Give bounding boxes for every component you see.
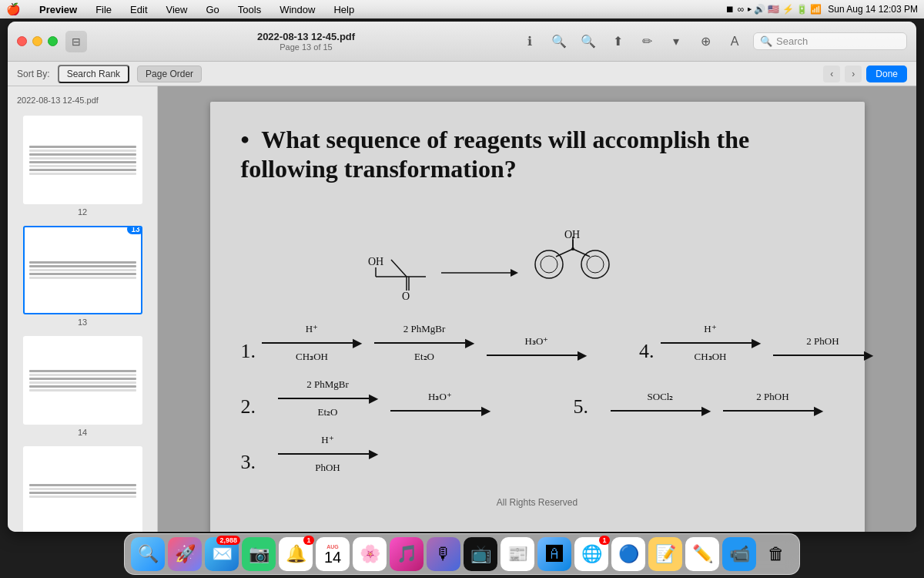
footer-text: All Rights Reserved — [241, 497, 834, 508]
sidebar-header: 2022-08-13 12-45.pdf — [8, 92, 157, 111]
arrow-bottom-1b: Et₂O — [414, 351, 434, 363]
chemistry-diagram: OH O — [241, 200, 834, 300]
menu-file[interactable]: File — [92, 4, 115, 15]
question-header: • What sequence of reagents will accompl… — [241, 125, 834, 184]
menu-preview[interactable]: Preview — [36, 4, 80, 15]
sort-page-order[interactable]: Page Order — [137, 66, 202, 82]
zoom-in-button[interactable]: 🔍 — [548, 31, 570, 52]
arrow-1a: H⁺ ▶ CH₃OH — [262, 323, 362, 363]
dock-safari-badge: 1 — [599, 536, 610, 545]
close-button[interactable] — [17, 36, 27, 46]
svg-point-13 — [535, 250, 563, 278]
dock-facetime[interactable]: 📷 — [242, 537, 276, 571]
traffic-lights — [17, 36, 58, 46]
sidebar-toggle[interactable]: ⊟ — [65, 31, 87, 52]
search-placeholder: Search — [776, 35, 808, 47]
sidebar-item-page15[interactable]: 15 — [8, 442, 157, 532]
menu-window[interactable]: Window — [276, 4, 318, 15]
dock-pencil[interactable]: ✏️ — [685, 537, 719, 571]
window-button[interactable]: ⊕ — [695, 31, 716, 52]
arrow-5b: 2 PhOH ▶ — [723, 391, 823, 418]
search-box[interactable]: 🔍 Search — [753, 32, 907, 50]
menubar: 🍎 Preview File Edit View Go Tools Window… — [0, 0, 924, 18]
sortbar: Sort By: Search Rank Page Order ‹ › Done — [8, 62, 916, 86]
minimize-button[interactable] — [32, 36, 42, 46]
dock-zoom[interactable]: 📹 — [722, 537, 756, 571]
dock-mail[interactable]: ✉️ 2,988 — [205, 537, 239, 571]
menu-tools[interactable]: Tools — [235, 4, 264, 15]
arrow-top-5a: SOCl₂ — [648, 391, 674, 403]
dock-reminders[interactable]: 🔔 1 — [279, 537, 313, 571]
share-button[interactable]: ⬆ — [607, 31, 628, 52]
svg-text:OH: OH — [368, 256, 383, 267]
sortbar-right: ‹ › Done — [823, 66, 907, 82]
dock-chrome[interactable]: 🔵 — [611, 537, 645, 571]
menu-help[interactable]: Help — [330, 4, 357, 15]
sidebar: 2022-08-13 12-45.pdf 12 — [8, 86, 158, 532]
arrow-4a: H⁺ ▶ CH₃OH — [661, 323, 761, 363]
next-page-button[interactable]: › — [845, 66, 862, 82]
page-badge-13: 13 — [127, 226, 142, 234]
svg-marker-9 — [511, 269, 518, 277]
maximize-button[interactable] — [48, 36, 58, 46]
sidebar-item-page12[interactable]: 12 — [8, 111, 157, 221]
prev-page-button[interactable]: ‹ — [823, 66, 840, 82]
dock-podcasts[interactable]: 🎙 — [427, 537, 460, 571]
answer-row-3: 3. H⁺ ▶ PhOH — [241, 434, 834, 474]
arrow-top-4b: 2 PhOH — [806, 335, 839, 348]
menu-edit[interactable]: Edit — [127, 4, 150, 15]
answer-num-3: 3. — [241, 451, 272, 474]
dock-appstore[interactable]: 🅰 — [537, 537, 571, 571]
arrow-1c: H₃O⁺ ▶ — [487, 335, 587, 363]
dock-safari[interactable]: 🌐 1 — [574, 537, 608, 571]
answer-num-2: 2. — [241, 395, 272, 418]
dock-photos[interactable]: 🌸 — [353, 537, 387, 571]
arrow-top-2b: H₃O⁺ — [428, 391, 452, 403]
app-window: ⊟ 2022-08-13 12-45.pdf Page 13 of 15 ℹ 🔍… — [8, 22, 916, 532]
markup-button[interactable]: ✏ — [636, 31, 658, 52]
aa-button[interactable]: A — [724, 31, 745, 52]
dock-notes[interactable]: 📝 — [648, 537, 682, 571]
menu-icons: ⏹ ∞ ▶ 🔊 🇺🇸 ⚡ 🔋 📶 — [725, 4, 822, 15]
arrow-2b: H₃O⁺ ▶ — [390, 391, 490, 418]
apple-menu[interactable]: 🍎 — [6, 2, 21, 16]
answer-row-1: 1. H⁺ ▶ CH₃OH 2 PhMgBr ▶ Et₂O H₃O⁺ — [241, 323, 834, 363]
thumb-img-14 — [23, 336, 142, 425]
arrow-top-2a: 2 PhMgBr — [306, 378, 349, 391]
sort-search-rank[interactable]: Search Rank — [58, 65, 129, 83]
dock-music[interactable]: 🎵 — [390, 537, 424, 571]
arrow-bottom-4a: CH₃OH — [695, 351, 727, 363]
arrow-bottom-3a: PhOH — [315, 462, 340, 474]
sort-by-label: Sort By: — [17, 69, 50, 79]
sidebar-item-page14[interactable]: 14 — [8, 331, 157, 442]
arrow-1b: 2 PhMgBr ▶ Et₂O — [374, 323, 474, 363]
arrow-top-1b: 2 PhMgBr — [403, 323, 446, 335]
dock-calendar[interactable]: AUG 14 — [316, 537, 350, 571]
info-button[interactable]: ℹ — [519, 31, 541, 52]
done-button[interactable]: Done — [866, 66, 907, 82]
zoom-out-button[interactable]: 🔍 — [578, 31, 599, 52]
menu-time: Sun Aug 14 12:03 PM — [828, 4, 918, 15]
dock-news[interactable]: 📰 — [500, 537, 534, 571]
dock-tv[interactable]: 📺 — [464, 537, 497, 571]
menu-go[interactable]: Go — [203, 4, 222, 15]
doc-subtitle: Page 13 of 15 — [280, 42, 333, 52]
answer-num-5: 5. — [574, 395, 604, 418]
arrow-top-1c: H₃O⁺ — [525, 335, 549, 348]
dock-trash[interactable]: 🗑 — [759, 537, 793, 571]
svg-line-6 — [391, 260, 407, 277]
menu-view[interactable]: View — [163, 4, 191, 15]
thumb-img-12 — [23, 116, 142, 204]
dock-finder[interactable]: 🔍 — [131, 537, 165, 571]
answer-num-1: 1. — [241, 340, 256, 363]
dock-launchpad[interactable]: 🚀 — [168, 537, 202, 571]
answer-row-2: 2. 2 PhMgBr ▶ Et₂O H₃O⁺ ▶ 5. — [241, 378, 834, 418]
doc-info: 2022-08-13 12-45.pdf Page 13 of 15 — [93, 31, 519, 52]
arrow-bottom-1a: CH₃OH — [296, 351, 328, 363]
dropdown-button[interactable]: ▾ — [665, 31, 687, 52]
transformation-svg: OH O — [345, 200, 730, 300]
sidebar-item-page13[interactable]: 13 13 — [8, 221, 157, 331]
svg-text:O: O — [402, 291, 410, 300]
question-text: What sequence of reagents will accomplis… — [241, 126, 750, 183]
answers-section: 1. H⁺ ▶ CH₃OH 2 PhMgBr ▶ Et₂O H₃O⁺ — [241, 323, 834, 474]
